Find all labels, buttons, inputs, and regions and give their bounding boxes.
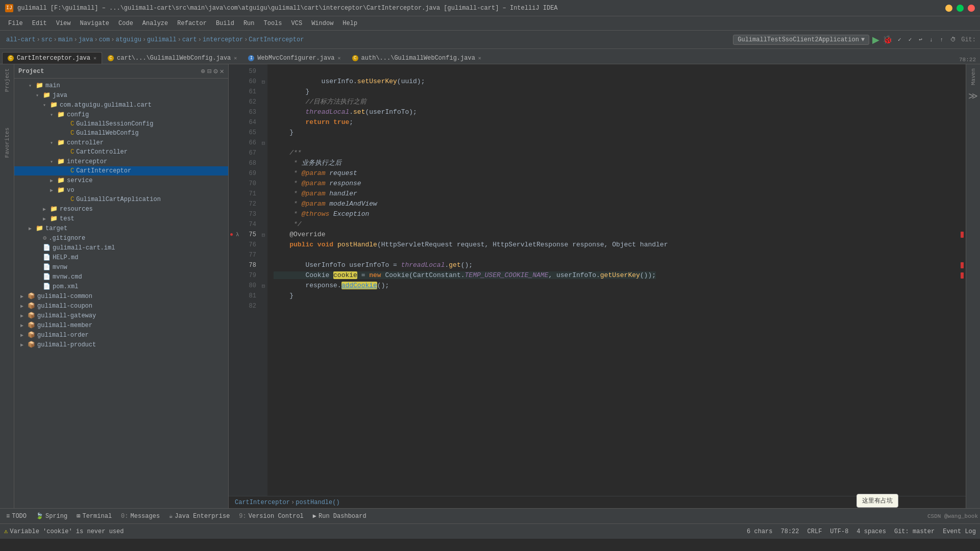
breadcrumb-all-cart[interactable]: all-cart xyxy=(6,36,36,43)
git-undo[interactable]: ↩ xyxy=(917,35,924,44)
collapse-all-icon[interactable]: ⊟ xyxy=(207,67,211,76)
breadcrumb-atguigu[interactable]: atguigu xyxy=(115,36,141,43)
fold-icon-66[interactable]: ⊟ xyxy=(262,140,265,146)
breadcrumb-cart[interactable]: cart xyxy=(182,36,197,43)
tree-target[interactable]: ▶ 📁 target xyxy=(14,223,228,233)
menu-analyze[interactable]: Analyze xyxy=(138,18,172,29)
tree-resources[interactable]: ▶ 📁 resources xyxy=(14,204,228,214)
tree-gitignore[interactable]: ⚙ .gitignore xyxy=(14,233,228,243)
menu-file[interactable]: File xyxy=(4,18,27,29)
tree-mvnwcmd[interactable]: 📄 mvnw.cmd xyxy=(14,272,228,282)
tab-gulimall-web-config[interactable]: C cart\...\GulimallWebConfig.java ✕ xyxy=(102,52,242,64)
tree-iml[interactable]: 📄 gulimall-cart.iml xyxy=(14,243,228,253)
tab-web-mvc-configurer[interactable]: I WebMvcConfigurer.java ✕ xyxy=(242,52,346,64)
git-push[interactable]: ↑ xyxy=(938,36,946,44)
tree-gulimall-product[interactable]: ▶ 📦 gulimall-product xyxy=(14,340,228,349)
breadcrumb-class[interactable]: CartInterceptor xyxy=(249,36,304,43)
maven-tool-label[interactable]: Maven xyxy=(969,66,977,87)
position-indicator[interactable]: 78:22 xyxy=(781,528,799,535)
menu-help[interactable]: Help xyxy=(338,18,361,29)
tree-test[interactable]: ▶ 📁 test xyxy=(14,214,228,223)
tab-close-3[interactable]: ✕ xyxy=(338,55,341,61)
tree-mvnw[interactable]: 📄 mvnw xyxy=(14,262,228,272)
bc-method[interactable]: postHandle() xyxy=(296,499,339,506)
close-button[interactable] xyxy=(968,5,975,12)
tree-help[interactable]: 📄 HELP.md xyxy=(14,253,228,262)
code-content[interactable]: userInfo.setUserKey(uuid); } //目标方法执行之前 … xyxy=(267,64,959,496)
menu-refactor[interactable]: Refactor xyxy=(173,18,211,29)
tree-pom[interactable]: 📄 pom.xml xyxy=(14,282,228,291)
todo-tab[interactable]: ≡ TODO xyxy=(2,511,31,521)
tree-com[interactable]: ▾ 📁 com.atguigu.gulimall.cart xyxy=(14,100,228,110)
run-button[interactable]: ▶ xyxy=(872,34,879,45)
hide-icon[interactable]: ✕ xyxy=(220,67,224,76)
tree-main[interactable]: ▾ 📁 main xyxy=(14,81,228,90)
menu-navigate[interactable]: Navigate xyxy=(76,18,113,29)
maximize-button[interactable] xyxy=(957,5,964,12)
menu-run[interactable]: Run xyxy=(239,18,259,29)
tree-cart-controller[interactable]: C CartController xyxy=(14,147,228,157)
git-status[interactable]: Git: master xyxy=(894,528,935,535)
tree-session-config[interactable]: C GulimallSessionConfig xyxy=(14,119,228,129)
tree-gulimall-coupon[interactable]: ▶ 📦 gulimall-coupon xyxy=(14,301,228,311)
tab-auth-web-config[interactable]: C auth\...\GulimallWebConfig.java ✕ xyxy=(347,52,487,64)
settings-icon[interactable]: ⚙ xyxy=(213,67,217,76)
tab-close-1[interactable]: ✕ xyxy=(93,55,96,61)
tab-cart-interceptor[interactable]: C CartInterceptor.java ✕ xyxy=(2,52,102,64)
menu-window[interactable]: Window xyxy=(307,18,337,29)
tree-web-config[interactable]: C GulimallWebConfig xyxy=(14,129,228,138)
messages-tab[interactable]: 0: Messages xyxy=(117,511,164,521)
encoding[interactable]: UTF-8 xyxy=(830,528,848,535)
spring-tab[interactable]: 🍃 Spring xyxy=(32,511,71,521)
locate-file-icon[interactable]: ⊕ xyxy=(201,67,205,76)
menu-vcs[interactable]: VCS xyxy=(287,18,307,29)
menu-code[interactable]: Code xyxy=(114,18,137,29)
version-control-tab[interactable]: 9: Version Control xyxy=(235,511,307,521)
menu-build[interactable]: Build xyxy=(212,18,238,29)
right-toolbar-btn[interactable]: ≫ xyxy=(966,88,980,104)
tree-interceptor[interactable]: ▾ 📁 interceptor xyxy=(14,157,228,166)
tree-service[interactable]: ▶ 📁 service xyxy=(14,176,228,185)
run-configuration-selector[interactable]: GulimallTestSsoClient2Application ▼ xyxy=(733,35,869,45)
menu-tools[interactable]: Tools xyxy=(260,18,286,29)
tree-cart-interceptor[interactable]: C CartInterceptor xyxy=(14,166,228,176)
tree-java[interactable]: ▾ 📁 java xyxy=(14,90,228,100)
git-update[interactable]: ↓ xyxy=(927,36,935,44)
favorites-tool-label[interactable]: Favorites xyxy=(3,126,11,160)
tree-gulimall-gateway[interactable]: ▶ 📦 gulimall-gateway xyxy=(14,311,228,320)
chars-count[interactable]: 6 chars xyxy=(747,528,772,535)
bc-class[interactable]: CartInterceptor xyxy=(235,499,290,506)
breadcrumb-java[interactable]: java xyxy=(79,36,93,43)
breadcrumb-interceptor[interactable]: interceptor xyxy=(203,36,243,43)
git-history[interactable]: ⏱ xyxy=(948,35,958,44)
line-ending[interactable]: CRLF xyxy=(807,528,822,535)
tree-controller[interactable]: ▾ 📁 controller xyxy=(14,138,228,147)
tree-vo[interactable]: ▶ 📁 vo xyxy=(14,185,228,195)
java-enterprise-tab[interactable]: ☕ Java Enterprise xyxy=(165,511,234,521)
breadcrumb-com[interactable]: com xyxy=(99,36,110,43)
fold-icon-80[interactable]: ⊟ xyxy=(262,283,265,289)
debug-button[interactable]: 🐞 xyxy=(883,35,893,44)
tree-gulimall-order[interactable]: ▶ 📦 gulimall-order xyxy=(14,330,228,340)
run-dashboard-tab[interactable]: ▶ Run Dashboard xyxy=(309,511,371,521)
git-checkmark2[interactable]: ✓ xyxy=(906,35,914,44)
git-checkmark[interactable]: ✓ xyxy=(896,35,903,44)
tab-close-2[interactable]: ✕ xyxy=(234,55,237,61)
menu-edit[interactable]: Edit xyxy=(28,18,51,29)
event-log[interactable]: Event Log xyxy=(943,528,976,535)
tree-gulimall-common[interactable]: ▶ 📦 gulimall-common xyxy=(14,291,228,301)
terminal-tab[interactable]: ⊞ Terminal xyxy=(72,511,116,521)
menu-view[interactable]: View xyxy=(52,18,75,29)
project-tool-label[interactable]: Project xyxy=(3,66,11,94)
indent-info[interactable]: 4 spaces xyxy=(856,528,886,535)
minimize-button[interactable] xyxy=(945,5,952,12)
tree-config[interactable]: ▾ 📁 config xyxy=(14,110,228,119)
tab-close-4[interactable]: ✕ xyxy=(478,55,481,61)
tree-gulimall-member[interactable]: ▶ 📦 gulimall-member xyxy=(14,320,228,330)
breadcrumb-src[interactable]: src xyxy=(41,36,53,43)
breadcrumb-gulimall[interactable]: gulimall xyxy=(147,36,177,43)
tree-cart-app[interactable]: C GulimallCartApplication xyxy=(14,195,228,204)
breadcrumb-main[interactable]: main xyxy=(58,36,73,43)
fold-icon-75[interactable]: ⊟ xyxy=(262,232,265,238)
fold-icon-60[interactable]: ⊟ xyxy=(262,79,265,85)
